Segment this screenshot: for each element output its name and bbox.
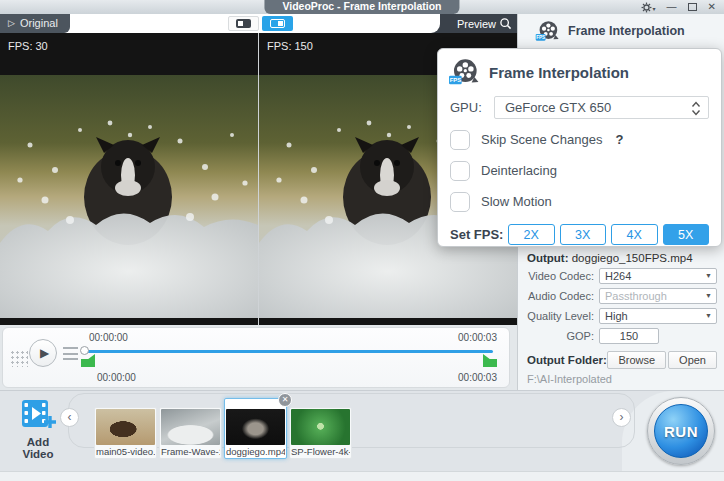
fps-5x-button[interactable]: 5X xyxy=(663,224,710,245)
original-video-frame xyxy=(0,75,258,318)
trim-start-marker[interactable] xyxy=(81,354,95,367)
gop-label: GOP: xyxy=(525,330,599,342)
clip-item[interactable]: main05-video.mp xyxy=(94,407,157,459)
settings-caret-icon: ▾ xyxy=(653,5,656,13)
fps-4x-button[interactable]: 4X xyxy=(611,224,658,245)
clip-list: main05-video.mp Frame-Wave-108 ✕ doggieg… xyxy=(94,397,352,459)
preview-toolbar: ▷ Original Preview xyxy=(0,14,517,33)
open-button[interactable]: Open xyxy=(668,351,717,369)
track-list-icon xyxy=(63,347,78,361)
film-reel-fps-icon xyxy=(535,20,559,43)
trim-end-time-label: 00:00:03 xyxy=(458,372,497,383)
trim-start-time-label: 00:00:00 xyxy=(97,372,136,383)
status-strip xyxy=(0,471,724,481)
sidebar-header-label: Frame Interpolation xyxy=(568,24,685,38)
gpu-value: GeForce GTX 650 xyxy=(495,100,611,115)
single-view-icon xyxy=(236,19,251,28)
fps-3x-button[interactable]: 3X xyxy=(560,224,607,245)
end-time-label: 00:00:03 xyxy=(458,332,497,343)
gop-input[interactable] xyxy=(599,328,659,344)
frame-interpolation-dialog: Frame Interpolation GPU: GeForce GTX 650… xyxy=(437,48,722,247)
close-button[interactable]: ✕ xyxy=(708,0,716,14)
pane-divider xyxy=(258,33,259,325)
video-codec-value: H264 xyxy=(600,269,716,283)
title-bar: VideoProc - Frame Interpolation ▾ — ✕ xyxy=(0,0,724,14)
original-tab-label: Original xyxy=(20,14,58,33)
dropdown-arrow-icon: ▼ xyxy=(705,292,712,299)
preview-button[interactable]: Preview xyxy=(457,14,512,33)
clip-item-selected[interactable]: ✕ doggiego.mp4 xyxy=(224,398,287,459)
settings-gear-icon[interactable]: ▾ xyxy=(641,2,656,13)
output-section: Output: doggiego_150FPS.mp4 Video Codec:… xyxy=(525,252,717,385)
window-title: VideoProc - Frame Interpolation xyxy=(264,0,459,14)
minimize-button[interactable]: — xyxy=(667,0,677,14)
interpolated-fps-label: FPS: 150 xyxy=(267,40,313,52)
run-button-face[interactable]: RUN xyxy=(654,404,708,458)
trim-track[interactable]: 00:00:00 00:00:03 00:00:00 00:00:03 xyxy=(83,328,493,387)
quality-level-value: High xyxy=(600,309,716,323)
audio-codec-value: Passthrough xyxy=(600,289,716,303)
output-folder-label: Output Folder: xyxy=(527,354,607,366)
split-view-icon xyxy=(270,19,285,28)
start-time-label: 00:00:00 xyxy=(89,332,128,343)
quality-level-select[interactable]: High ▼ xyxy=(599,308,717,324)
fps-2x-button[interactable]: 2X xyxy=(508,224,555,245)
output-filename: doggiego_150FPS.mp4 xyxy=(572,252,693,264)
browse-button[interactable]: Browse xyxy=(607,351,666,369)
dropdown-arrow-icon: ▼ xyxy=(705,312,712,319)
original-video-pane: FPS: 30 xyxy=(0,33,258,325)
clip-thumbnail xyxy=(291,409,350,445)
clip-thumbnail xyxy=(96,409,155,445)
film-reel-fps-icon xyxy=(448,58,479,87)
playhead-knob[interactable] xyxy=(80,346,89,355)
skip-scene-changes-label: Skip Scene Changes xyxy=(481,132,602,147)
play-icon: ▶ xyxy=(37,346,49,360)
dropdown-arrow-icon: ▼ xyxy=(705,272,712,279)
clip-name: main05-video.mp xyxy=(96,445,155,458)
clip-item[interactable]: SP-Flower-4k-29 xyxy=(289,407,352,459)
add-video-button[interactable]: Add Video xyxy=(11,399,65,460)
clip-thumbnail xyxy=(226,409,285,445)
deinterlacing-label: Deinterlacing xyxy=(481,163,557,178)
quality-level-label: Quality Level: xyxy=(525,310,599,322)
trim-end-marker[interactable] xyxy=(483,354,497,367)
deinterlacing-checkbox[interactable] xyxy=(450,161,470,181)
grip-dots-icon[interactable] xyxy=(10,350,28,367)
scroll-right-button[interactable]: › xyxy=(612,408,631,427)
audio-codec-label: Audio Codec: xyxy=(525,290,599,302)
remove-clip-icon[interactable]: ✕ xyxy=(278,393,292,407)
dialog-header: Frame Interpolation xyxy=(438,49,721,87)
original-fps-label: FPS: 30 xyxy=(8,40,48,52)
video-codec-select[interactable]: H264 ▼ xyxy=(599,268,717,284)
split-view-toggle[interactable] xyxy=(262,16,293,31)
preview-button-label: Preview xyxy=(457,18,496,30)
single-view-toggle[interactable] xyxy=(228,16,259,31)
help-icon[interactable]: ? xyxy=(615,132,623,147)
play-button[interactable]: ▶ xyxy=(29,339,57,367)
magnifier-icon xyxy=(499,17,512,30)
clip-item[interactable]: Frame-Wave-108 xyxy=(159,407,222,459)
videoproc-window: VideoProc - Frame Interpolation ▾ — ✕ xyxy=(0,0,724,481)
timeline-panel: ▶ 00:00:00 00:00:03 00:00:00 00:00:03 xyxy=(2,327,510,388)
slow-motion-checkbox[interactable] xyxy=(450,192,470,212)
maximize-button[interactable] xyxy=(688,3,697,11)
timeline-track-line[interactable] xyxy=(83,350,493,353)
run-button-label: RUN xyxy=(664,423,698,440)
add-video-icon xyxy=(19,399,57,430)
play-outline-icon: ▷ xyxy=(8,14,15,33)
clip-thumbnail xyxy=(161,409,220,445)
clip-name: SP-Flower-4k-29 xyxy=(291,445,350,458)
output-label: Output: xyxy=(527,252,569,264)
skip-scene-changes-checkbox[interactable] xyxy=(450,130,470,150)
video-codec-label: Video Codec: xyxy=(525,270,599,282)
updown-chevron-icon xyxy=(691,101,701,116)
scroll-left-button[interactable]: ‹ xyxy=(60,408,79,427)
set-fps-label: Set FPS: xyxy=(450,227,508,242)
run-button[interactable]: RUN xyxy=(647,397,715,465)
add-video-label: Add Video xyxy=(11,436,65,460)
view-mode-toggles xyxy=(228,16,293,31)
original-tab[interactable]: ▷ Original xyxy=(0,14,70,33)
audio-codec-select[interactable]: Passthrough ▼ xyxy=(599,288,717,304)
gpu-label: GPU: xyxy=(450,100,494,115)
gpu-select[interactable]: GeForce GTX 650 xyxy=(494,96,709,119)
